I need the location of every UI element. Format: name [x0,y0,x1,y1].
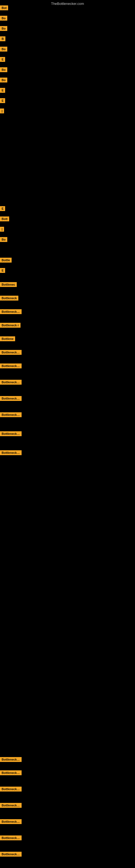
badge-10: E [0,98,5,103]
badge-5: Bo [0,46,7,52]
badge-20: Bottleneck re [0,309,21,314]
badge-11: | [0,108,4,113]
badge-22: Bottlene [0,336,15,341]
badge-36: Bottleneck res [0,852,21,857]
badge-27: Bottleneck resu [0,412,21,417]
badge-14: | [0,227,4,231]
badge-25: Bottleneck res [0,380,21,384]
badge-28: Bottleneck resu [0,431,21,436]
badge-16: Bottle [0,258,12,262]
badge-31: Bottleneck resu [0,770,21,775]
badge-23: Bottleneck re [0,350,21,355]
badge-15: Bo [0,237,7,242]
badge-1: Bot [0,5,8,10]
badge-21: Bottleneck r [0,323,20,328]
badge-17: E [0,268,5,273]
badge-24: Bottleneck res [0,364,21,368]
badge-30: Bottleneck res [0,757,21,762]
badge-19: Bottleneck [0,296,18,301]
badge-33: Bottleneck resu [0,803,21,808]
badge-18: Bottlenec [0,282,17,287]
badge-32: Bottleneck resu [0,786,21,792]
badge-3: Bo [0,26,7,31]
badge-26: Bottleneck res [0,396,21,401]
badge-2: Bo [0,16,7,21]
badge-13: Bott [0,216,9,221]
badge-35: Bottleneck re [0,835,21,840]
badge-29: Bottleneck resu [0,450,21,455]
site-title: TheBottlenecker.com [0,0,135,7]
badge-4: B [0,36,5,41]
badge-12: E [0,206,5,211]
badge-8: Bo [0,78,7,83]
badge-34: Bottleneck resu [0,819,21,824]
badge-6: E [0,57,5,62]
badge-9: E [0,88,5,93]
badge-7: Bo [0,67,7,72]
